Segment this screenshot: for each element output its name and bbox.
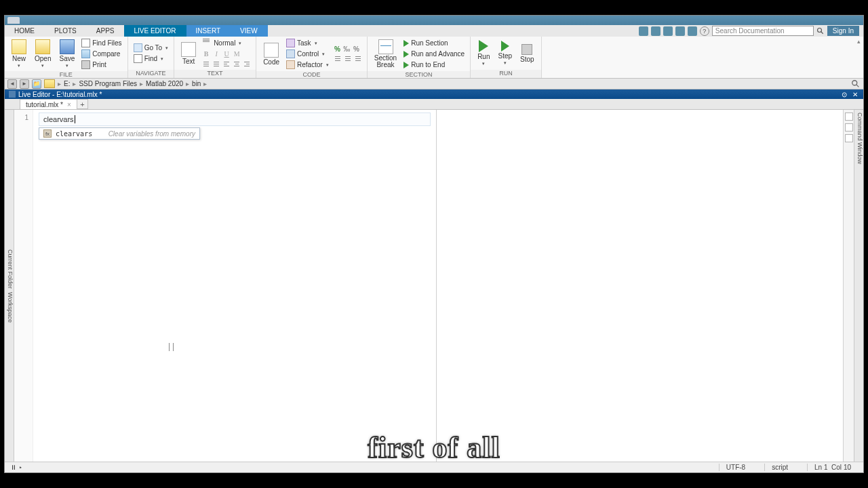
editor-icon (9, 91, 16, 98)
new-button[interactable]: New▾ (9, 38, 29, 70)
section-break-button[interactable]: Section Break (372, 38, 399, 70)
breadcrumb-item[interactable]: SSD Program Files (79, 80, 137, 87)
help-icon[interactable]: ? (700, 26, 709, 36)
open-button[interactable]: Open▾ (32, 38, 54, 70)
close-editor-button[interactable]: ✕ (851, 90, 859, 98)
layout-icon[interactable] (651, 26, 660, 36)
control-button[interactable]: Control▾ (285, 49, 330, 59)
run-to-end-button[interactable]: Run to End (402, 60, 466, 70)
output-inline-button[interactable] (845, 113, 853, 121)
bold-button[interactable]: B (201, 49, 211, 58)
pref-icon[interactable] (663, 26, 673, 36)
stop-label: Stop (520, 56, 534, 63)
find-button[interactable]: Find▾ (132, 54, 170, 64)
run-advance-button[interactable]: Run and Advance (402, 49, 466, 59)
uncomment-button[interactable]: ‰ (342, 45, 351, 54)
stop-button[interactable]: Stop (517, 43, 537, 64)
breadcrumb-sep: ▸ (140, 80, 143, 87)
up-folder-button[interactable]: 📁 (32, 79, 41, 89)
nav-fwd-button[interactable]: ► (20, 79, 29, 89)
hide-code-button[interactable] (845, 134, 853, 142)
refactor-button[interactable]: Refactor▾ (285, 60, 330, 70)
address-search-icon[interactable] (851, 79, 861, 89)
outdent-button[interactable] (343, 54, 353, 64)
run-section-label: Run Section (411, 39, 448, 47)
align-right-button[interactable] (242, 59, 252, 68)
run-section-button[interactable]: Run Section (402, 38, 466, 48)
paragraph-icon (203, 39, 212, 47)
collapse-ribbon-button[interactable]: ▴ (857, 38, 861, 45)
step-button[interactable]: Step▾ (496, 39, 515, 67)
step-label: Step (498, 52, 513, 60)
folder-icon (44, 79, 55, 88)
save-button[interactable]: Save▾ (56, 38, 77, 70)
file-tab[interactable]: tutorial.mlx * × (20, 99, 77, 109)
addon-icon[interactable] (639, 26, 648, 36)
task-icon (286, 39, 295, 47)
indent-icon (334, 54, 342, 63)
underline-button[interactable]: U (222, 49, 231, 58)
ribbon-tabs: HOME PLOTS APPS LIVE EDITOR INSERT VIEW … (5, 25, 863, 37)
suggestion-desc: Clear variables from memory (108, 130, 195, 138)
search-input[interactable]: Search Documentation (712, 26, 814, 36)
breadcrumb-item[interactable]: bin (192, 80, 201, 87)
breadcrumb-drive[interactable]: E: (64, 80, 70, 87)
align-center-button[interactable] (232, 59, 241, 68)
style-dropdown[interactable]: Normal▾ (201, 38, 252, 48)
smart-indent-button[interactable] (353, 54, 363, 64)
file-group-label: FILE (5, 71, 127, 78)
tab-apps[interactable]: APPS (87, 25, 125, 37)
fwd-icon[interactable] (688, 26, 697, 36)
file-tabs: tutorial.mlx * × + (5, 99, 863, 110)
compare-button[interactable]: Compare (80, 49, 123, 59)
search-icon[interactable] (816, 27, 825, 35)
tab-plots[interactable]: PLOTS (45, 25, 87, 37)
breadcrumb-item[interactable]: Matlab 2020 (146, 80, 183, 87)
tab-view[interactable]: VIEW (231, 25, 268, 37)
nav-back-button[interactable]: ◄ (7, 79, 17, 89)
print-icon (81, 60, 90, 69)
window-tab[interactable] (7, 17, 20, 24)
code-button[interactable]: Code (260, 41, 282, 67)
close-file-button[interactable]: × (67, 101, 71, 108)
tab-home[interactable]: HOME (5, 25, 45, 37)
breadcrumb-sep: ▸ (58, 80, 61, 87)
goto-icon (134, 43, 142, 52)
svg-line-1 (821, 31, 823, 33)
goto-label: Go To (144, 44, 163, 52)
status-filetype: script (764, 464, 795, 471)
new-file-icon (12, 39, 26, 54)
current-folder-panel[interactable]: Current Folder Workspace (5, 110, 14, 462)
italic-button[interactable]: I (212, 49, 221, 58)
find-files-button[interactable]: Find Files (80, 38, 123, 48)
autocomplete-popup[interactable]: fx clearvars Clear variables from memory (39, 127, 200, 140)
sign-in-button[interactable]: Sign In (827, 26, 859, 36)
bullet-list-button[interactable] (201, 59, 211, 68)
print-button[interactable]: Print (80, 60, 123, 70)
wrap-comment-button[interactable]: % (352, 45, 361, 54)
refactor-icon (286, 60, 295, 69)
add-tab-button[interactable]: + (77, 99, 88, 109)
find-label: Find (144, 55, 157, 62)
ribbon: New▾ Open▾ Save▾ Find Files Compare Prin… (5, 37, 863, 79)
run-button[interactable]: Run▾ (475, 39, 492, 68)
task-button[interactable]: Task▾ (285, 38, 330, 48)
goto-button[interactable]: Go To▾ (132, 43, 170, 53)
tab-live-editor[interactable]: LIVE EDITOR (124, 25, 186, 37)
align-left-button[interactable] (222, 59, 231, 68)
back-icon[interactable] (675, 26, 685, 36)
indent-button[interactable] (333, 54, 342, 64)
run-advance-icon (403, 51, 409, 58)
mono-button[interactable]: M (232, 49, 241, 58)
code-editor[interactable]: clearvars fx clearvars Clear variables f… (33, 110, 436, 462)
comment-button[interactable]: % (333, 45, 342, 54)
tab-insert[interactable]: INSERT (186, 25, 231, 37)
dock-button[interactable]: ⊙ (840, 90, 848, 98)
align-center-icon (233, 60, 241, 68)
command-window-panel[interactable]: Command Window (854, 110, 863, 462)
code-line[interactable]: clearvars (39, 113, 431, 126)
num-list-button[interactable] (212, 59, 221, 68)
output-right-button[interactable] (845, 123, 853, 131)
text-button[interactable]: Text (178, 41, 199, 66)
num-list-icon (212, 60, 220, 68)
